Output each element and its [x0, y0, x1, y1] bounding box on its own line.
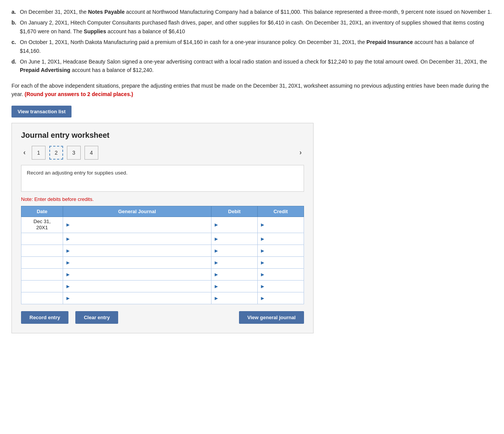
- credit-cell-5[interactable]: ►: [257, 269, 304, 281]
- credit-arrow-1: ►: [260, 222, 265, 228]
- record-entry-button[interactable]: Record entry: [21, 311, 68, 324]
- instruction-highlight: (Round your answers to 2 decimal places.…: [24, 91, 133, 97]
- worksheet-title: Journal entry worksheet: [21, 131, 304, 140]
- table-row: ► ► ►: [21, 245, 304, 257]
- debit-input-2[interactable]: [220, 233, 255, 245]
- credit-cell-1[interactable]: ►: [257, 217, 304, 233]
- credit-arrow-3: ►: [260, 248, 265, 254]
- credit-cell-6[interactable]: ►: [257, 281, 304, 292]
- tab-1-button[interactable]: 1: [32, 146, 46, 160]
- debit-arrow-7: ►: [214, 295, 219, 301]
- problem-label-a: a.: [11, 8, 18, 16]
- date-cell-5: [21, 269, 63, 281]
- problem-text-b: On January 2, 20X1, Hitech Computer Cons…: [20, 18, 493, 36]
- worksheet-container: Journal entry worksheet ‹ 1 2 3 4 › Reco…: [11, 123, 314, 334]
- tab-4-button[interactable]: 4: [85, 146, 98, 160]
- col-header-date: Date: [21, 206, 63, 217]
- credit-cell-4[interactable]: ►: [257, 257, 304, 269]
- table-row: ► ► ►: [21, 292, 304, 304]
- debit-cell-6[interactable]: ►: [211, 281, 257, 292]
- credit-arrow-6: ►: [260, 283, 265, 289]
- debit-cell-1[interactable]: ►: [211, 217, 257, 233]
- credit-arrow-7: ►: [260, 295, 265, 301]
- debit-input-4[interactable]: [220, 257, 255, 268]
- problem-text-c: On October 1, 20X1, North Dakota Manufac…: [20, 38, 493, 55]
- journal-input-3[interactable]: [72, 245, 209, 256]
- table-row: ► ► ►: [21, 257, 304, 269]
- journal-input-2[interactable]: [72, 233, 209, 245]
- journal-cell-2[interactable]: ►: [63, 233, 211, 245]
- journal-input-5[interactable]: [72, 269, 209, 280]
- table-row: Dec 31,20X1 ► ► ►: [21, 217, 304, 233]
- credit-cell-3[interactable]: ►: [257, 245, 304, 257]
- tab-2-button[interactable]: 2: [49, 146, 63, 160]
- date-cell-7: [21, 292, 63, 304]
- credit-cell-7[interactable]: ►: [257, 292, 304, 304]
- table-row: ► ► ►: [21, 269, 304, 281]
- prev-tab-button[interactable]: ‹: [21, 148, 28, 157]
- debit-input-3[interactable]: [220, 245, 255, 256]
- debit-arrow-5: ►: [214, 271, 219, 277]
- journal-cell-4[interactable]: ►: [63, 257, 211, 269]
- credit-arrow-2: ►: [260, 236, 265, 242]
- instruction-box: Record an adjusting entry for supplies u…: [21, 165, 304, 192]
- tab-3-button[interactable]: 3: [67, 146, 81, 160]
- table-row: ► ► ►: [21, 233, 304, 245]
- credit-cell-2[interactable]: ►: [257, 233, 304, 245]
- debit-cell-3[interactable]: ►: [211, 245, 257, 257]
- col-header-credit: Credit: [257, 206, 304, 217]
- journal-input-7[interactable]: [72, 292, 209, 304]
- credit-input-4[interactable]: [266, 257, 301, 268]
- debit-cell-2[interactable]: ►: [211, 233, 257, 245]
- credit-input-7[interactable]: [266, 292, 301, 304]
- debit-cell-4[interactable]: ►: [211, 257, 257, 269]
- note-text: Note: Enter debits before credits.: [21, 196, 304, 202]
- credit-input-6[interactable]: [266, 281, 301, 292]
- debit-input-5[interactable]: [220, 269, 255, 280]
- debit-cell-5[interactable]: ►: [211, 269, 257, 281]
- problem-item-d: d. On June 1, 20X1, Headcase Beauty Salo…: [11, 57, 493, 75]
- debit-input-1[interactable]: [220, 219, 255, 230]
- journal-cell-6[interactable]: ►: [63, 281, 211, 292]
- next-tab-button[interactable]: ›: [297, 148, 304, 157]
- debit-arrow-6: ►: [214, 283, 219, 289]
- journal-input-6[interactable]: [72, 281, 209, 292]
- debit-input-6[interactable]: [220, 281, 255, 292]
- problem-label-d: d.: [11, 57, 18, 75]
- journal-cell-3[interactable]: ►: [63, 245, 211, 257]
- credit-input-5[interactable]: [266, 269, 301, 280]
- problem-item-c: c. On October 1, 20X1, North Dakota Manu…: [11, 38, 493, 55]
- debit-cell-7[interactable]: ►: [211, 292, 257, 304]
- row-arrow-4: ►: [65, 259, 71, 266]
- debit-input-7[interactable]: [220, 292, 255, 304]
- credit-arrow-5: ►: [260, 271, 265, 277]
- journal-cell-1[interactable]: ►: [63, 217, 211, 233]
- debit-arrow-3: ►: [214, 248, 219, 254]
- row-arrow-2: ►: [65, 236, 71, 242]
- journal-cell-5[interactable]: ►: [63, 269, 211, 281]
- instruction-text: For each of the above independent situat…: [11, 82, 493, 99]
- instruction-box-text: Record an adjusting entry for supplies u…: [27, 170, 127, 176]
- journal-input-4[interactable]: [72, 257, 209, 268]
- view-general-journal-button[interactable]: View general journal: [239, 311, 304, 324]
- clear-entry-button[interactable]: Clear entry: [75, 311, 118, 324]
- problem-label-b: b.: [11, 18, 18, 36]
- credit-input-3[interactable]: [266, 245, 301, 256]
- debit-arrow-1: ►: [214, 222, 219, 228]
- date-value-1: Dec 31,20X1: [21, 217, 63, 233]
- view-transaction-button[interactable]: View transaction list: [11, 106, 72, 117]
- button-row: Record entry Clear entry View general jo…: [21, 311, 304, 324]
- date-cell-6: [21, 281, 63, 292]
- date-cell-1: Dec 31,20X1: [21, 217, 63, 233]
- journal-input-1[interactable]: [72, 219, 209, 230]
- credit-input-2[interactable]: [266, 233, 301, 245]
- problem-text-a: On December 31, 20X1, the Notes Payable …: [20, 8, 492, 16]
- row-arrow-6: ►: [65, 283, 71, 289]
- problem-list: a. On December 31, 20X1, the Notes Payab…: [11, 8, 493, 75]
- problem-item-b: b. On January 2, 20X1, Hitech Computer C…: [11, 18, 493, 36]
- date-cell-3: [21, 245, 63, 257]
- journal-table: Date General Journal Debit Credit Dec 31…: [21, 206, 304, 305]
- credit-input-1[interactable]: [266, 219, 301, 230]
- journal-cell-7[interactable]: ►: [63, 292, 211, 304]
- row-arrow-7: ►: [65, 295, 71, 301]
